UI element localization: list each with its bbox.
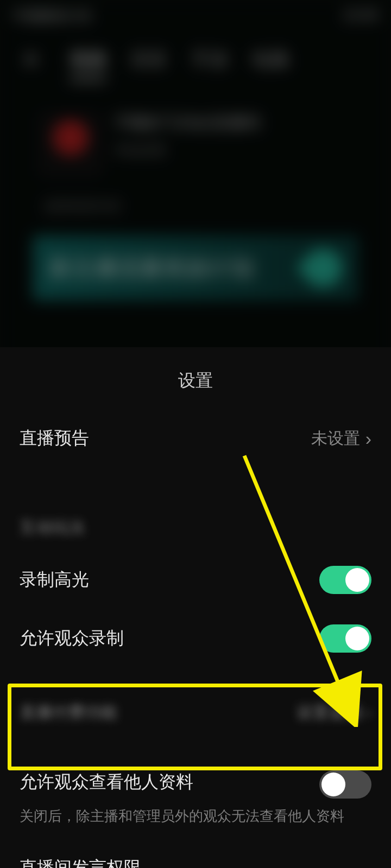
profile-card: 不睡的飞鸟在直播间 开始设置: [0, 95, 391, 193]
row-value: 未设置 ›: [311, 427, 371, 450]
row-speak-permission[interactable]: 直播间发言权限: [0, 838, 391, 868]
row-value: 设置金额 ›: [297, 701, 371, 724]
toggle-record-highlight[interactable]: [319, 566, 371, 594]
promo-banner[interactable]: 新主播流量奖励计划: [33, 235, 358, 301]
profile-extra: 选择画质内容: [0, 193, 391, 219]
blurred-section-header: 互动玩法: [0, 505, 391, 551]
row-allow-audience-record[interactable]: 允许观众录制: [0, 609, 391, 668]
chevron-right-icon: ›: [365, 428, 371, 449]
status-right: 13:26: [343, 7, 378, 25]
status-bar: 中国移动 5G 13:26: [0, 0, 391, 32]
row-label: 允许观众查看他人资料: [20, 770, 193, 794]
row-label: 直播付费功能: [20, 701, 117, 724]
row-label: 直播预告: [20, 426, 89, 450]
row-label: 录制高光: [20, 568, 89, 592]
profile-name: 不睡的飞鸟在直播间: [114, 112, 261, 134]
profile-sub: 开始设置: [114, 142, 261, 159]
row-paid-features-blurred: 直播付费功能 设置金额 ›: [0, 690, 391, 736]
row-subtext: 关闭后，除主播和管理员外的观众无法查看他人资料: [0, 804, 391, 838]
tab-video[interactable]: 视频: [70, 47, 106, 80]
row-allow-view-profile[interactable]: 允许观众查看他人资料: [0, 758, 391, 804]
leaf-icon: [297, 241, 350, 295]
settings-sheet: 设置 直播预告 未设置 › 互动玩法 录制高光 允许观众录制 直播付费功能 设置…: [0, 347, 391, 868]
toggle-allow-audience-record[interactable]: [319, 624, 371, 653]
avatar[interactable]: [38, 112, 103, 177]
row-live-preview[interactable]: 直播预告 未设置 ›: [0, 416, 391, 461]
row-value-text: 未设置: [311, 427, 360, 450]
row-label: 允许观众录制: [20, 627, 124, 650]
close-icon[interactable]: ✕: [22, 47, 40, 80]
blurred-section-label: 互动玩法: [20, 516, 85, 539]
toggle-allow-view-profile[interactable]: [319, 770, 371, 799]
status-left: 中国移动 5G: [13, 7, 92, 25]
sheet-title: 设置: [0, 347, 391, 416]
banner-text: 新主播流量奖励计划: [49, 253, 254, 283]
top-tabs: ✕ 视频 语音 手游 电脑: [0, 32, 391, 95]
row-record-highlight[interactable]: 录制高光: [0, 551, 391, 609]
tab-pc[interactable]: 电脑: [252, 47, 289, 80]
tab-mobile-game[interactable]: 手游: [191, 47, 228, 80]
tab-voice[interactable]: 语音: [130, 47, 167, 80]
